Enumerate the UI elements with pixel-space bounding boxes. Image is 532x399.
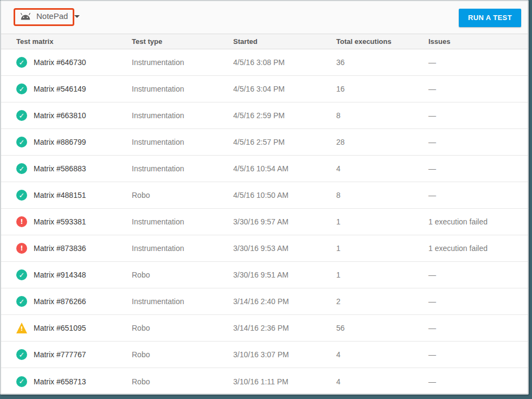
started-time: 4/5/16 10:50 AM — [233, 191, 336, 200]
started-time: 3/10/16 1:11 PM — [233, 377, 336, 386]
issues: 1 execution failed — [428, 217, 528, 226]
table-row[interactable]: ! Matrix #651095 Robo 3/14/16 2:36 PM 56… — [1, 315, 528, 342]
total-executions: 2 — [336, 297, 428, 306]
issues: — — [428, 191, 528, 200]
started-time: 4/5/16 10:54 AM — [233, 164, 336, 173]
started-time: 3/30/16 9:53 AM — [233, 244, 336, 253]
table-row[interactable]: ✓ Matrix #586883 Instrumentation 4/5/16 … — [1, 156, 528, 182]
screenshot-frame: NotePad RUN A TEST Test matrix Test type… — [0, 0, 532, 399]
table-row[interactable]: ✓ Matrix #914348 Robo 3/30/16 9:51 AM 1 … — [1, 262, 528, 288]
matrix-name: Matrix #646730 — [34, 58, 86, 67]
total-executions: 8 — [336, 191, 428, 200]
issues: 1 execution failed — [428, 244, 528, 253]
total-executions: 1 — [336, 217, 428, 226]
issues: — — [428, 138, 528, 146]
started-time: 3/14/16 2:36 PM — [233, 324, 336, 332]
total-executions: 36 — [336, 58, 428, 67]
matrix-name: Matrix #886799 — [34, 138, 86, 146]
test-type: Robo — [132, 191, 233, 200]
column-header-test-matrix: Test matrix — [16, 37, 132, 46]
issues: — — [428, 111, 528, 120]
column-header-test-type: Test type — [132, 37, 233, 46]
issues: — — [428, 377, 528, 386]
matrix-name: Matrix #546149 — [34, 85, 86, 93]
test-lab-panel: NotePad RUN A TEST Test matrix Test type… — [0, 0, 529, 395]
started-time: 4/5/16 2:57 PM — [233, 138, 336, 146]
run-a-test-button[interactable]: RUN A TEST — [459, 9, 521, 27]
table-row[interactable]: ! Matrix #593381 Instrumentation 3/30/16… — [1, 209, 528, 235]
total-executions: 4 — [336, 350, 428, 359]
table-header: Test matrix Test type Started Total exec… — [1, 34, 528, 49]
started-time: 3/30/16 9:51 AM — [233, 271, 336, 279]
success-icon: ✓ — [16, 269, 27, 280]
android-icon — [20, 12, 31, 21]
started-time: 3/14/16 2:40 PM — [233, 297, 336, 306]
app-selector-dropdown[interactable]: NotePad — [20, 11, 80, 21]
success-icon: ✓ — [16, 376, 27, 387]
table-row[interactable]: ✓ Matrix #886799 Instrumentation 4/5/16 … — [1, 129, 528, 156]
table-row[interactable]: ✓ Matrix #663810 Instrumentation 4/5/16 … — [1, 102, 528, 129]
total-executions: 4 — [336, 164, 428, 173]
issues: — — [428, 85, 528, 93]
table-row[interactable]: ✓ Matrix #488151 Robo 4/5/16 10:50 AM 8 … — [1, 182, 528, 209]
total-executions: 56 — [336, 324, 428, 332]
warning-icon: ! — [16, 323, 27, 333]
started-time: 4/5/16 3:04 PM — [233, 85, 336, 93]
chevron-down-icon — [74, 15, 80, 18]
table-row[interactable]: ✓ Matrix #876266 Instrumentation 3/14/16… — [1, 288, 528, 315]
table-row[interactable]: ✓ Matrix #777767 Robo 3/10/16 3:07 PM 4 … — [1, 342, 528, 368]
column-header-issues: Issues — [428, 37, 528, 46]
table-row[interactable]: ✓ Matrix #546149 Instrumentation 4/5/16 … — [1, 76, 528, 102]
table-row[interactable]: ✓ Matrix #646730 Instrumentation 4/5/16 … — [1, 49, 528, 76]
issues: — — [428, 271, 528, 279]
success-icon: ✓ — [16, 83, 27, 94]
total-executions: 16 — [336, 85, 428, 93]
success-icon: ✓ — [16, 57, 27, 68]
test-type: Instrumentation — [132, 138, 233, 146]
success-icon: ✓ — [16, 137, 27, 147]
matrix-name: Matrix #658713 — [34, 377, 86, 386]
test-type: Instrumentation — [132, 244, 233, 253]
total-executions: 8 — [336, 111, 428, 120]
column-header-total-executions: Total executions — [336, 37, 428, 46]
toolbar: NotePad RUN A TEST — [1, 1, 528, 34]
success-icon: ✓ — [16, 190, 27, 201]
matrix-name: Matrix #586883 — [34, 164, 86, 173]
test-type: Instrumentation — [132, 111, 233, 120]
test-type: Robo — [132, 324, 233, 332]
matrix-name: Matrix #876266 — [34, 297, 86, 306]
success-icon: ✓ — [16, 296, 27, 307]
error-icon: ! — [16, 216, 27, 227]
table-row[interactable]: ! Matrix #873836 Instrumentation 3/30/16… — [1, 235, 528, 262]
started-time: 4/5/16 2:59 PM — [233, 111, 336, 120]
started-time: 3/10/16 3:07 PM — [233, 350, 336, 359]
issues: — — [428, 58, 528, 67]
started-time: 3/30/16 9:57 AM — [233, 217, 336, 226]
table-body: ✓ Matrix #646730 Instrumentation 4/5/16 … — [1, 49, 528, 395]
matrix-name: Matrix #651095 — [34, 324, 86, 332]
success-icon: ✓ — [16, 163, 27, 174]
matrix-name: Matrix #914348 — [34, 271, 86, 279]
test-type: Robo — [132, 377, 233, 386]
error-icon: ! — [16, 243, 27, 254]
matrix-name: Matrix #663810 — [34, 111, 86, 120]
total-executions: 1 — [336, 271, 428, 279]
column-header-started: Started — [233, 37, 336, 46]
success-icon: ✓ — [16, 349, 27, 360]
table-row[interactable]: ✓ Matrix #658713 Robo 3/10/16 1:11 PM 4 … — [1, 368, 528, 395]
total-executions: 1 — [336, 244, 428, 253]
issues: — — [428, 164, 528, 173]
started-time: 4/5/16 3:08 PM — [233, 58, 336, 67]
test-type: Instrumentation — [132, 85, 233, 93]
matrix-name: Matrix #777767 — [34, 350, 86, 359]
test-type: Robo — [132, 350, 233, 359]
issues: — — [428, 350, 528, 359]
app-selector-label: NotePad — [36, 11, 68, 21]
issues: — — [428, 297, 528, 306]
matrix-name: Matrix #593381 — [34, 217, 86, 226]
test-type: Instrumentation — [132, 297, 233, 306]
test-type: Robo — [132, 271, 233, 279]
success-icon: ✓ — [16, 110, 27, 121]
test-type: Instrumentation — [132, 58, 233, 67]
test-type: Instrumentation — [132, 217, 233, 226]
